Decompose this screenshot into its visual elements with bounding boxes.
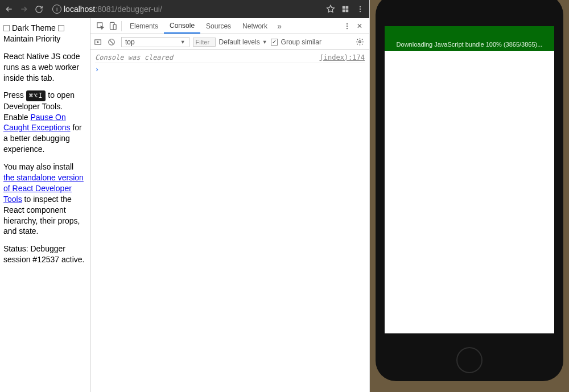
- console-filter-input[interactable]: Filter: [193, 38, 216, 47]
- phone-frame: Downloading JavaScript bundle 100% (3865…: [376, 0, 563, 381]
- console-cleared-text: Console was cleared: [95, 53, 173, 61]
- group-similar-label: Group similar: [281, 38, 321, 46]
- inspect-element-icon[interactable]: [94, 18, 106, 34]
- browser-toolbar: i localhost:8081/debugger-ui/: [0, 0, 369, 18]
- extensions-icon[interactable]: [340, 3, 351, 15]
- browser-window: i localhost:8081/debugger-ui/ Dark Theme…: [0, 0, 370, 392]
- device-toolbar-icon[interactable]: [106, 18, 119, 34]
- url-path: /debugger-ui/: [115, 5, 162, 14]
- console-output[interactable]: Console was cleared (index):174 ›: [90, 50, 369, 392]
- log-levels-select[interactable]: Default levels ▼: [219, 38, 267, 46]
- console-toolbar: top ▼ Filter Default levels ▼ ✓ Group si…: [90, 34, 369, 50]
- svg-rect-2: [343, 10, 345, 13]
- dark-theme-checkbox[interactable]: [3, 25, 10, 31]
- console-settings-icon[interactable]: [356, 38, 366, 46]
- svg-rect-3: [346, 10, 349, 13]
- download-banner: Downloading JavaScript bundle 100% (3865…: [385, 26, 554, 51]
- phone-screen[interactable]: Downloading JavaScript bundle 100% (3865…: [385, 26, 554, 333]
- keyboard-shortcut: ⌘⌥I: [26, 90, 46, 101]
- home-button[interactable]: [456, 347, 483, 373]
- svg-point-11: [347, 25, 348, 26]
- debugger-page: Dark Theme Maintain Priority React Nativ…: [0, 18, 90, 392]
- svg-rect-1: [346, 6, 349, 9]
- svg-point-15: [359, 41, 361, 43]
- maintain-priority-checkbox[interactable]: [58, 25, 64, 31]
- svg-point-10: [347, 23, 348, 24]
- svg-rect-9: [113, 24, 116, 30]
- tab-elements[interactable]: Elements: [124, 18, 164, 34]
- clear-console-icon[interactable]: [108, 38, 118, 46]
- star-icon[interactable]: [325, 3, 336, 15]
- devtools-close-icon[interactable]: ×: [353, 18, 366, 34]
- tab-console[interactable]: Console: [164, 18, 200, 34]
- simulator-area: Downloading JavaScript bundle 100% (3865…: [370, 0, 569, 392]
- tab-network[interactable]: Network: [237, 18, 273, 34]
- devtools-panel: Elements Console Sources Network » ×: [90, 18, 369, 392]
- devtools-menu-icon[interactable]: [341, 18, 353, 34]
- console-source-link[interactable]: (index):174: [320, 53, 365, 61]
- info-paragraph-2: Press ⌘⌥I to open Developer Tools. Enabl…: [3, 90, 86, 155]
- svg-point-5: [360, 9, 361, 10]
- context-select[interactable]: top ▼: [121, 37, 189, 47]
- url-host: localhost: [64, 5, 95, 14]
- svg-rect-0: [343, 6, 345, 9]
- url-port: :8081: [95, 5, 115, 14]
- dropdown-icon: ▼: [180, 39, 185, 45]
- toggle-sidebar-icon[interactable]: [94, 38, 104, 46]
- tab-sources[interactable]: Sources: [200, 18, 237, 34]
- dropdown-icon: ▼: [262, 39, 267, 45]
- more-tabs-icon[interactable]: »: [273, 18, 286, 34]
- info-paragraph-1: React Native JS code runs as a web worke…: [3, 51, 86, 84]
- svg-point-12: [347, 27, 348, 28]
- reload-icon[interactable]: [33, 3, 44, 15]
- console-message: Console was cleared (index):174: [95, 52, 365, 63]
- site-info-icon[interactable]: i: [52, 5, 61, 14]
- url-bar[interactable]: i localhost:8081/debugger-ui/: [48, 5, 321, 14]
- console-prompt[interactable]: ›: [95, 63, 365, 73]
- devtools-tabbar: Elements Console Sources Network » ×: [90, 18, 369, 34]
- browser-menu-icon[interactable]: [354, 3, 366, 15]
- info-paragraph-3: You may also install the standalone vers…: [3, 162, 86, 237]
- svg-point-4: [360, 6, 361, 7]
- back-icon[interactable]: [3, 3, 15, 15]
- svg-point-6: [360, 11, 361, 12]
- dark-theme-label: Dark Theme: [12, 23, 56, 34]
- maintain-priority-label: Maintain Priority: [3, 34, 86, 44]
- status-text: Status: Debugger session #12537 active.: [3, 244, 86, 265]
- forward-icon[interactable]: [18, 3, 30, 15]
- group-similar-checkbox[interactable]: ✓: [271, 39, 278, 46]
